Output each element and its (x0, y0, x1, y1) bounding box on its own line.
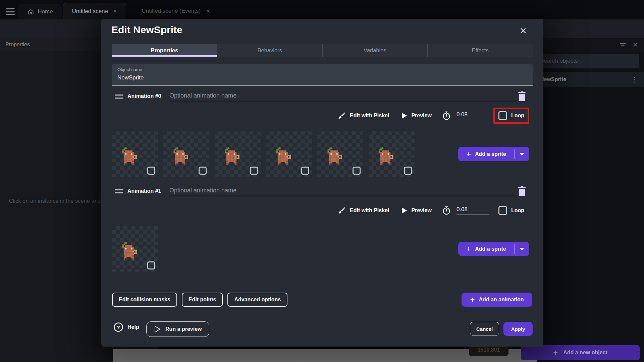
delete-animation-icon[interactable] (517, 186, 527, 197)
object-name-value: NewSprite (117, 74, 527, 81)
sprite-frame[interactable] (317, 131, 363, 177)
sprite-frame-checkbox[interactable] (250, 167, 258, 175)
sprite-frame-image (377, 147, 393, 165)
sprite-frame-checkbox[interactable] (199, 167, 207, 175)
animation-controls: Edit with Piskel Preview Loop (235, 203, 529, 218)
chevron-down-icon (520, 248, 524, 250)
loop-checkbox[interactable] (498, 206, 507, 215)
edit-with-piskel-button[interactable]: Edit with Piskel (338, 112, 389, 120)
sprite-frame-image (275, 147, 291, 165)
help-button[interactable]: ? Help (113, 322, 139, 332)
animation-name-input[interactable] (169, 90, 517, 101)
play-outline-icon (154, 325, 161, 333)
brush-icon (338, 112, 346, 120)
sprite-frame-image (223, 147, 239, 165)
sprite-frame-checkbox[interactable] (301, 167, 309, 175)
sprite-frame[interactable] (215, 131, 261, 177)
loop-option: Loop (493, 108, 529, 124)
animation-section: Animation #1 Edit with Piskel Preview (101, 185, 543, 286)
dialog-tab-bar: Properties Behaviors Variables Effects (112, 44, 533, 57)
animation-label: Animation #1 (127, 188, 161, 194)
object-name-field[interactable]: Object name NewSprite (112, 64, 533, 86)
edit-points-button[interactable]: Edit points (182, 293, 223, 307)
tab-behaviors[interactable]: Behaviors (217, 44, 323, 57)
drag-handle-icon[interactable] (115, 95, 123, 99)
run-preview-button[interactable]: Run a preview (146, 321, 209, 337)
loop-checkbox[interactable] (498, 111, 507, 120)
svg-text:?: ? (117, 324, 120, 330)
sprite-frame[interactable] (112, 131, 158, 177)
add-sprite-dropdown[interactable] (515, 147, 529, 161)
animation-label: Animation #0 (127, 93, 161, 99)
sprite-frame-image (121, 242, 137, 260)
plus-icon: + (470, 296, 475, 304)
plus-icon: + (466, 150, 471, 158)
edit-collision-masks-button[interactable]: Edit collision masks (112, 293, 177, 307)
help-icon: ? (113, 322, 123, 332)
sprite-frames-strip (112, 131, 415, 177)
edit-sprite-dialog: Edit NewSprite ✕ Properties Behaviors Va… (101, 19, 543, 347)
chevron-down-icon (520, 153, 524, 156)
sprite-frame-checkbox[interactable] (147, 261, 155, 269)
loop-label: Loop (511, 207, 524, 214)
animation-controls: Edit with Piskel Preview Loop (235, 108, 529, 123)
run-preview-label: Run a preview (165, 326, 202, 332)
sprite-frame-checkbox[interactable] (147, 167, 155, 175)
delete-animation-icon[interactable] (517, 91, 527, 102)
animation-name-input[interactable] (169, 185, 517, 196)
play-icon (401, 207, 407, 214)
preview-button[interactable]: Preview (401, 207, 431, 214)
play-icon (401, 112, 407, 119)
loop-option: Loop (493, 202, 529, 219)
apply-button[interactable]: Apply (503, 322, 533, 336)
advanced-options-button[interactable]: Advanced options (227, 293, 287, 307)
sprite-frame-checkbox[interactable] (404, 167, 412, 175)
stopwatch-icon (442, 206, 451, 215)
tab-variables[interactable]: Variables (323, 44, 428, 57)
add-sprite-dropdown[interactable] (515, 242, 529, 256)
brush-icon (338, 206, 346, 215)
stopwatch-icon (442, 111, 451, 120)
sprite-frame[interactable] (112, 226, 158, 272)
help-label: Help (127, 324, 139, 330)
dialog-close-icon[interactable]: ✕ (517, 25, 529, 37)
sprite-frame[interactable] (163, 131, 209, 177)
time-between-frames-input[interactable] (457, 111, 489, 120)
sprite-frame[interactable] (369, 131, 415, 177)
add-sprite-label: Add a sprite (475, 246, 506, 252)
loop-label: Loop (511, 113, 524, 119)
plus-icon: + (466, 245, 471, 253)
sprite-frames-strip (112, 226, 158, 272)
add-sprite-button[interactable]: + Add a sprite (458, 147, 529, 161)
sprite-frame-image (172, 147, 188, 165)
sprite-frame-checkbox[interactable] (353, 167, 361, 175)
time-between-frames-input[interactable] (457, 206, 489, 215)
add-sprite-label: Add a sprite (475, 151, 506, 157)
animation-section: Animation #0 Edit with Piskel Preview (101, 90, 543, 191)
preview-button[interactable]: Preview (401, 112, 431, 119)
edit-with-piskel-button[interactable]: Edit with Piskel (338, 206, 389, 215)
tab-effects[interactable]: Effects (428, 44, 533, 57)
sprite-frame-image (121, 147, 137, 165)
sprite-frame[interactable] (266, 131, 312, 177)
add-animation-label: Add an animation (479, 297, 524, 303)
add-sprite-button[interactable]: + Add a sprite (458, 242, 529, 256)
drag-handle-icon[interactable] (115, 189, 123, 193)
dialog-title: Edit NewSprite (111, 24, 182, 36)
tab-properties[interactable]: Properties (112, 44, 217, 57)
sprite-frame-image (326, 147, 342, 165)
cancel-button[interactable]: Cancel (470, 322, 499, 336)
object-name-label: Object name (117, 67, 527, 72)
add-animation-button[interactable]: + Add an animation (462, 293, 532, 307)
sprite-tools-row: Edit collision masks Edit points Advance… (112, 293, 287, 307)
